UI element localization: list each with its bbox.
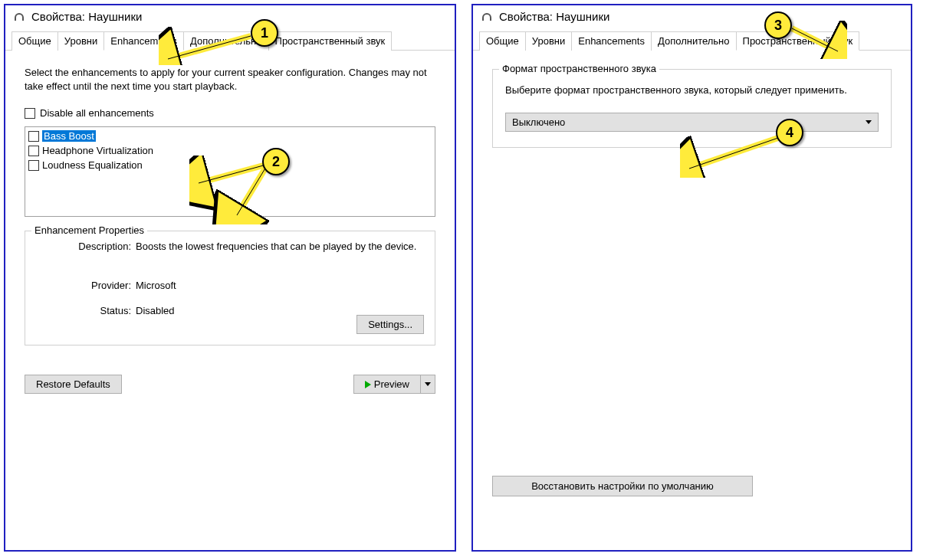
description: Select the enhancements to apply for you… [25, 66, 435, 93]
tabs: Общие Уровни Enhancements Дополнительно … [473, 31, 911, 51]
preview-dropdown[interactable] [420, 375, 435, 394]
tab-levels[interactable]: Уровни [57, 31, 104, 51]
preview-button[interactable]: Preview [353, 375, 420, 394]
prop-value: Boosts the lowest frequencies that can b… [136, 241, 424, 252]
tab-enhancements[interactable]: Enhancements [103, 31, 184, 51]
headphones-icon [481, 11, 493, 23]
disable-all-row: Disable all enhancements [25, 107, 435, 119]
list-item[interactable]: Bass Boost [28, 129, 432, 143]
callout-3: 3 [764, 11, 792, 39]
tab-content: Формат пространственного звука Выберите … [473, 51, 911, 550]
tab-advanced[interactable]: Дополнительно [651, 31, 737, 51]
enhancement-properties: Enhancement Properties Description: Boos… [25, 231, 435, 345]
settings-button[interactable]: Settings... [356, 315, 424, 334]
callout-4: 4 [776, 119, 803, 146]
callout-2: 2 [262, 148, 290, 175]
list-item[interactable]: Loudness Equalization [28, 158, 432, 172]
tab-enhancements[interactable]: Enhancements [571, 31, 652, 51]
prop-label: Provider: [36, 280, 136, 291]
prop-label: Description: [36, 241, 136, 252]
dialog-enhancements: Свойства: Наушники Общие Уровни Enhancem… [4, 4, 456, 552]
play-icon [365, 381, 371, 388]
tabs: Общие Уровни Enhancements Дополнительно … [5, 31, 455, 51]
groupbox-title: Формат пространственного звука [499, 63, 659, 74]
prop-value: Microsoft [136, 280, 424, 291]
item-checkbox[interactable] [28, 160, 39, 171]
preview-label: Preview [374, 378, 409, 390]
window-title: Свойства: Наушники [499, 10, 609, 23]
dialog-spatial: Свойства: Наушники Общие Уровни Enhancem… [471, 4, 912, 552]
item-checkbox[interactable] [28, 146, 39, 156]
chevron-down-icon [425, 382, 431, 386]
list-item[interactable]: Headphone Virtualization [28, 143, 432, 158]
tab-general[interactable]: Общие [11, 31, 58, 51]
item-label[interactable]: Bass Boost [42, 130, 96, 142]
spatial-format-dropdown[interactable]: Выключено [505, 113, 879, 132]
item-label[interactable]: Headphone Virtualization [42, 145, 153, 156]
group-text: Выберите формат пространственного звука,… [505, 84, 879, 97]
chevron-down-icon [866, 120, 872, 124]
spatial-format-group: Формат пространственного звука Выберите … [492, 69, 892, 148]
item-checkbox[interactable] [28, 131, 39, 142]
prop-label: Status: [36, 305, 136, 316]
title-bar: Свойства: Наушники [473, 5, 911, 28]
dropdown-value: Выключено [512, 116, 565, 128]
disable-all-label: Disable all enhancements [40, 107, 154, 119]
window-title: Свойства: Наушники [31, 10, 142, 23]
item-label[interactable]: Loudness Equalization [42, 159, 143, 171]
restore-defaults-button[interactable]: Восстановить настройки по умолчанию [492, 476, 753, 496]
tab-spatial[interactable]: Пространственный звук [736, 31, 860, 51]
tab-spatial[interactable]: Пространственный звук [268, 31, 393, 51]
preview-group: Preview [353, 375, 435, 394]
enhancement-list[interactable]: Bass Boost Headphone Virtualization Loud… [25, 126, 435, 217]
groupbox-title: Enhancement Properties [31, 224, 147, 236]
tab-general[interactable]: Общие [479, 31, 526, 51]
tab-content: Select the enhancements to apply for you… [5, 51, 455, 550]
headphones-icon [13, 11, 25, 23]
callout-1: 1 [251, 19, 278, 47]
restore-defaults-button[interactable]: Restore Defaults [25, 375, 122, 394]
title-bar: Свойства: Наушники [5, 5, 455, 28]
disable-all-checkbox[interactable] [25, 108, 35, 119]
tab-levels[interactable]: Уровни [525, 31, 572, 51]
